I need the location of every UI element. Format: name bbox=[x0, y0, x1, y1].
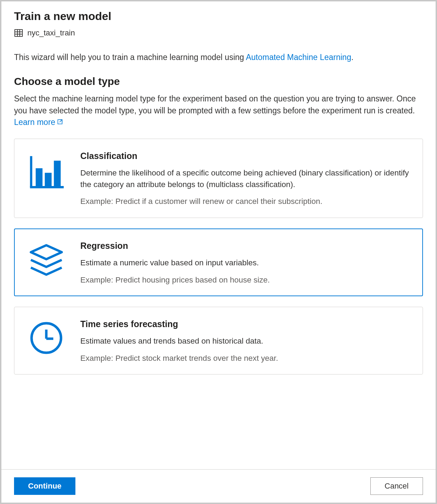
section-description: Select the machine learning model type f… bbox=[14, 93, 423, 128]
footer: Continue Cancel bbox=[1, 469, 436, 503]
card-description: Estimate a numeric value based on input … bbox=[80, 257, 410, 269]
bar-chart-icon bbox=[27, 151, 66, 207]
svg-rect-9 bbox=[36, 168, 42, 186]
card-example: Example: Predict if a customer will rene… bbox=[80, 196, 410, 207]
page-title: Train a new model bbox=[14, 10, 423, 23]
svg-rect-10 bbox=[45, 173, 52, 186]
table-icon bbox=[14, 28, 23, 38]
card-example: Example: Predict stock market trends ove… bbox=[80, 353, 410, 364]
intro-prefix: This wizard will help you to train a mac… bbox=[14, 53, 246, 62]
learn-more-text: Learn more bbox=[14, 118, 55, 127]
card-title: Regression bbox=[80, 241, 410, 251]
intro-suffix: . bbox=[351, 53, 353, 62]
section-desc-text: Select the machine learning model type f… bbox=[14, 94, 416, 115]
intro-text: This wizard will help you to train a mac… bbox=[14, 52, 423, 63]
svg-rect-0 bbox=[15, 29, 22, 37]
continue-button[interactable]: Continue bbox=[14, 477, 75, 495]
clock-icon bbox=[27, 319, 66, 364]
model-type-cards: Classification Determine the likelihood … bbox=[14, 139, 423, 374]
card-title: Classification bbox=[80, 151, 410, 161]
card-regression[interactable]: Regression Estimate a numeric value base… bbox=[14, 228, 423, 296]
learn-more-link[interactable]: Learn more bbox=[14, 118, 63, 127]
card-example: Example: Predict housing prices based on… bbox=[80, 274, 410, 286]
svg-line-6 bbox=[60, 120, 62, 122]
automl-link[interactable]: Automated Machine Learning bbox=[246, 53, 351, 62]
cancel-button[interactable]: Cancel bbox=[370, 477, 423, 495]
card-title: Time series forecasting bbox=[80, 319, 410, 329]
card-classification[interactable]: Classification Determine the likelihood … bbox=[14, 139, 423, 218]
layers-icon bbox=[27, 241, 66, 285]
section-heading: Choose a model type bbox=[14, 75, 423, 87]
card-description: Determine the likelihood of a specific o… bbox=[80, 167, 410, 190]
card-time-series[interactable]: Time series forecasting Estimate values … bbox=[14, 307, 423, 374]
card-description: Estimate values and trends based on hist… bbox=[80, 336, 410, 347]
dataset-name: nyc_taxi_train bbox=[27, 28, 75, 38]
dataset-row: nyc_taxi_train bbox=[14, 28, 423, 38]
svg-rect-11 bbox=[54, 161, 61, 186]
svg-marker-12 bbox=[31, 245, 62, 259]
external-link-icon bbox=[57, 117, 63, 128]
